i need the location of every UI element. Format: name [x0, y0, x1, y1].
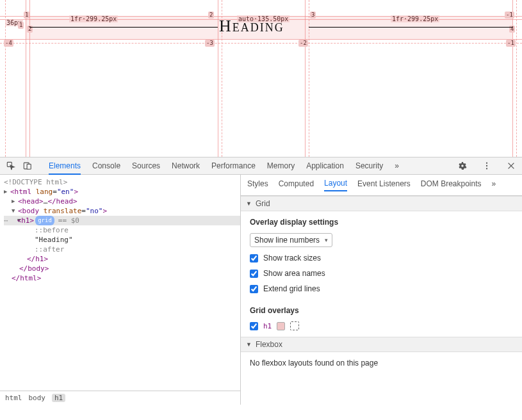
chk-area-label: Show area names [263, 269, 325, 278]
line-num: -3 [205, 40, 215, 47]
svg-point-3 [486, 162, 487, 163]
chk-track-sizes[interactable]: Show track sizes [250, 254, 513, 262]
chevron-down-icon: ▼ [246, 341, 252, 348]
breadcrumb: html body h1 [0, 391, 240, 405]
chk-area-names[interactable]: Show area names [250, 269, 513, 278]
crumb-h1[interactable]: h1 [52, 394, 65, 402]
devtools-toolbar: Elements Console Sources Network Perform… [0, 158, 522, 175]
col1-measure: 1fr·299.25px [69, 15, 118, 22]
line-num: 1 [18, 22, 24, 29]
close-icon[interactable] [503, 159, 519, 173]
styles-tab-computed[interactable]: Computed [279, 179, 314, 191]
chk-track-input[interactable] [250, 254, 258, 262]
grid-section-label: Grid [256, 199, 270, 208]
flexbox-empty-message: No flexbox layouts found on this page [250, 359, 513, 368]
col3-measure: 1fr·299.25px [391, 15, 439, 22]
h1-close[interactable]: </h1> [27, 254, 48, 264]
svg-point-5 [486, 168, 487, 169]
flexbox-section-label: Flexbox [256, 340, 282, 349]
overlay-row-h1: h1 [250, 321, 513, 330]
heading-text: Heading [219, 17, 284, 36]
after-pseudo[interactable]: ::after [35, 245, 64, 254]
dom-tree[interactable]: <!DOCTYPE html> ▶<html lang="en"> ▶<head… [0, 175, 240, 391]
tab-overflow[interactable]: » [395, 158, 399, 175]
body-close[interactable]: </body> [19, 264, 49, 273]
styles-tab-overflow[interactable]: » [492, 179, 496, 191]
crumb-body[interactable]: body [29, 394, 46, 402]
chk-track-label: Show track sizes [263, 254, 321, 262]
before-pseudo[interactable]: ::before [35, 225, 69, 235]
svg-rect-2 [27, 164, 31, 169]
line-num: 2 [208, 12, 214, 19]
tab-elements[interactable]: Elements [49, 158, 81, 175]
styles-tab-layout[interactable]: Layout [324, 179, 347, 191]
doctype-node[interactable]: <!DOCTYPE html> [4, 177, 67, 187]
line-num: -2 [298, 40, 308, 47]
svg-point-4 [486, 165, 487, 166]
overlay-settings-title: Overlay display settings [250, 218, 513, 227]
overlay-element-name[interactable]: h1 [263, 322, 272, 330]
tab-console[interactable]: Console [92, 158, 120, 175]
chk-extend-label: Extend grid lines [263, 284, 320, 293]
eq-dollar-zero: == $0 [58, 216, 79, 225]
text-node[interactable]: "Heading" [35, 235, 73, 245]
styles-tab-listeners[interactable]: Event Listeners [357, 179, 411, 191]
line-num: -1 [505, 12, 514, 19]
select-value: Show line numbers [254, 236, 320, 245]
styles-tab-styles[interactable]: Styles [247, 179, 268, 191]
body-open[interactable]: <body translate="no"> [18, 206, 107, 216]
overlay-dashed-icon[interactable] [290, 321, 299, 330]
styles-tab-dom-breakpoints[interactable]: DOM Breakpoints [421, 179, 482, 191]
gear-icon[interactable] [454, 159, 471, 173]
chk-extend-lines[interactable]: Extend grid lines [250, 284, 513, 293]
line-numbers-select[interactable]: Show line numbers ▾ [250, 233, 332, 247]
flexbox-section-header[interactable]: ▼ Flexbox [241, 337, 522, 352]
chk-extend-input[interactable] [250, 285, 258, 293]
device-toggle-icon[interactable] [19, 159, 36, 173]
page-viewport: 36px 1fr·299.25px auto·135.50px 1fr·299.… [0, 0, 522, 158]
tab-security[interactable]: Security [355, 158, 383, 175]
chk-area-input[interactable] [250, 270, 258, 278]
overlay-color-swatch[interactable] [277, 322, 285, 330]
grid-overlays-title: Grid overlays [250, 306, 513, 315]
tab-performance[interactable]: Performance [211, 158, 256, 175]
line-num: 1 [24, 12, 29, 19]
tab-memory[interactable]: Memory [267, 158, 295, 175]
tab-application[interactable]: Application [306, 158, 344, 175]
html-close[interactable]: </html> [12, 273, 41, 283]
line-num: 3 [310, 12, 316, 19]
grid-section-header[interactable]: ▼ Grid [241, 196, 522, 211]
inspect-icon[interactable] [3, 159, 19, 173]
crumb-html[interactable]: html [5, 394, 22, 402]
grid-overlay: 36px 1fr·299.25px auto·135.50px 1fr·299.… [0, 0, 522, 157]
h1-node-selected[interactable]: ⋯ ▼ <h1> grid == $0 [4, 216, 240, 225]
head-node[interactable]: <head>…</head> [18, 197, 77, 206]
styles-panel: Styles Computed Layout Event Listeners D… [241, 175, 522, 405]
html-open[interactable]: <html lang="en"> [10, 187, 78, 197]
line-num: -1 [506, 40, 516, 47]
grid-badge[interactable]: grid [35, 216, 54, 225]
kebab-icon[interactable] [478, 159, 495, 173]
devtools-tabs: Elements Console Sources Network Perform… [49, 158, 454, 175]
line-num: -4 [4, 40, 13, 47]
overlay-h1-checkbox[interactable] [250, 322, 258, 330]
chevron-down-icon: ▼ [246, 200, 252, 207]
tab-network[interactable]: Network [172, 158, 200, 175]
tab-sources[interactable]: Sources [132, 158, 160, 175]
elements-panel: <!DOCTYPE html> ▶<html lang="en"> ▶<head… [0, 175, 241, 405]
chevron-down-icon: ▾ [325, 237, 328, 243]
